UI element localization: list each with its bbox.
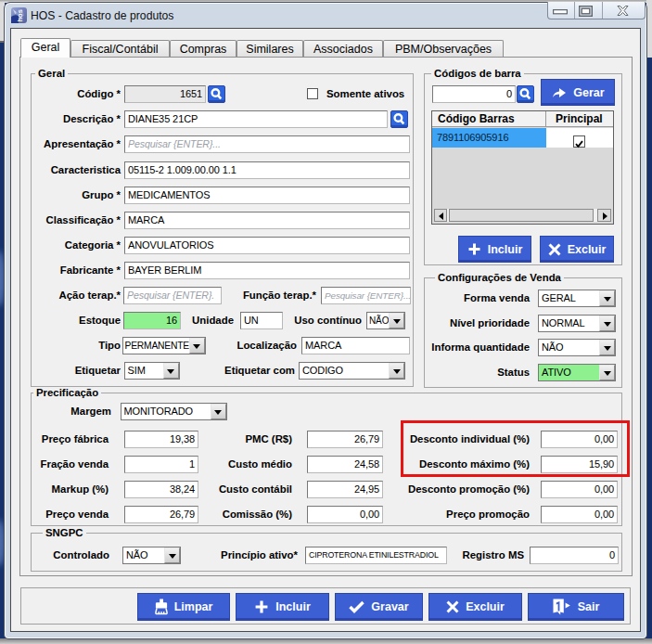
svg-text:hos: hos	[16, 9, 24, 21]
